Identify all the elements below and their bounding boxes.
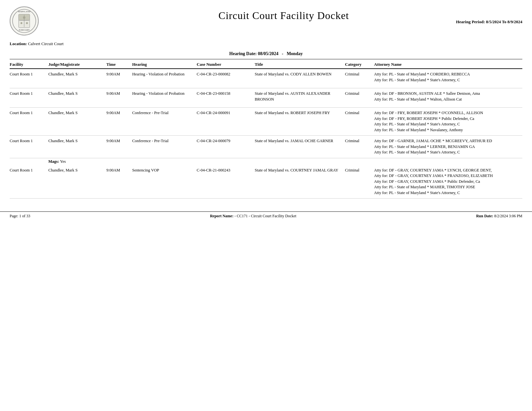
- page-title: Circuit Court Facility Docket: [45, 10, 522, 22]
- hearing-date-day: Monday: [287, 51, 303, 56]
- table-row: Court Room 1 Chandlee, Mark S 9:00AM Con…: [10, 108, 522, 136]
- cell-judge: Chandlee, Mark S: [48, 110, 106, 116]
- location-label: Location:: [10, 41, 27, 46]
- table-header-row: Facility Judge/Magistrate Time Hearing C…: [10, 59, 522, 69]
- hearing-date-line: Hearing Date: 08/05/2024 - Monday: [10, 48, 522, 59]
- cell-hearing: Hearing - Violation of Probation: [132, 91, 197, 97]
- col-category: Category: [345, 62, 374, 67]
- cell-attorney: Atty for: DF - BRONSON, AUSTIN ALE * Sal…: [374, 91, 522, 102]
- cell-attorney: Atty for: PL - State of Maryland * CORDE…: [374, 72, 522, 83]
- footer-page: Page: 1 of 33: [10, 214, 30, 219]
- maryland-judiciary-logo: MARYLAND JUDICIARY: [10, 6, 39, 35]
- mags-label: Mags:: [48, 159, 59, 164]
- col-hearing: Hearing: [132, 62, 197, 67]
- cell-case-number: C-04-CR-24-000079: [197, 138, 255, 144]
- cell-time: 9:00AM: [106, 110, 132, 116]
- title-area: Circuit Court Facility Docket: [45, 6, 522, 22]
- cell-facility: Court Room 1: [10, 72, 48, 77]
- cell-hearing: Conference - Pre-Trial: [132, 110, 197, 116]
- cell-time: 9:00AM: [106, 138, 132, 144]
- cell-category: Criminal: [345, 168, 374, 173]
- cell-category: Criminal: [345, 91, 374, 97]
- svg-point-9: [26, 22, 28, 24]
- cell-hearing: Conference - Pre-Trial: [132, 138, 197, 144]
- footer-run-label: Run Date:: [476, 214, 493, 218]
- cell-hearing: Hearing - Violation of Probation: [132, 72, 197, 77]
- logo-area: MARYLAND JUDICIARY: [10, 6, 45, 35]
- cell-judge: Chandlee, Mark S: [48, 168, 106, 173]
- cell-case-number: C-04-CR-24-000091: [197, 110, 255, 116]
- cell-title: State of Maryland vs. AUSTIN ALEXANDER B…: [255, 91, 345, 102]
- col-attorney: Attorney Name: [374, 62, 522, 67]
- hearing-date-value: 08/05/2024: [258, 51, 279, 56]
- cell-case-number: C-04-CR-23-000158: [197, 91, 255, 97]
- cell-facility: Court Room 1: [10, 168, 48, 173]
- footer-report: Report Name: - CC171 - Circuit Court Fac…: [210, 214, 296, 219]
- table-row: Court Room 1 Chandlee, Mark S 9:00AM Con…: [10, 136, 522, 158]
- svg-point-8: [21, 22, 23, 24]
- svg-text:MARYLAND: MARYLAND: [18, 10, 30, 13]
- cell-attorney: Atty for: DF - FRY, ROBERT JOSEPH * O'CO…: [374, 110, 522, 133]
- cell-time: 9:00AM: [106, 168, 132, 173]
- cell-title: State of Maryland vs. JAMAL OCHE GARNER: [255, 138, 345, 144]
- table-row: Court Room 1 Chandlee, Mark S 9:00AM Hea…: [10, 88, 522, 108]
- hearing-period-label: Hearing Period:: [456, 19, 485, 24]
- location-value: Calvert Circuit Court: [28, 41, 64, 46]
- cell-title: State of Maryland vs. CODY ALLEN BOWEN: [255, 72, 345, 77]
- cell-title: State of Maryland vs. ROBERT JOSEPH FRY: [255, 110, 345, 116]
- col-case-number: Case Number: [197, 62, 255, 67]
- location-line: Location: Calvert Circuit Court: [0, 39, 532, 48]
- table-row: Court Room 1 Chandlee, Mark S 9:00AM Hea…: [10, 69, 522, 88]
- cell-facility: Court Room 1: [10, 91, 48, 97]
- footer-run-date: Run Date: 8/2/2024 3:06 PM: [476, 214, 522, 219]
- table-row: Court Room 1 Chandlee, Mark S 9:00AM Sen…: [10, 165, 522, 199]
- mags-line: Mags: Yes: [10, 158, 522, 165]
- col-facility: Facility: [10, 62, 48, 67]
- cell-title: State of Maryland vs. COURTNEY JAMAL GRA…: [255, 168, 345, 173]
- page-footer: Page: 1 of 33 Report Name: - CC171 - Cir…: [0, 211, 532, 220]
- mags-value: Yes: [60, 159, 66, 164]
- footer-report-name: - CC171 - Circuit Court Facility Docket: [234, 214, 296, 218]
- svg-text:JUDICIARY: JUDICIARY: [19, 29, 30, 31]
- col-time: Time: [106, 62, 132, 67]
- cell-attorney: Atty for: DF - GARNER, JAMAL OCHE * MCGR…: [374, 138, 522, 155]
- cell-facility: Court Room 1: [10, 138, 48, 144]
- cell-category: Criminal: [345, 72, 374, 77]
- cell-category: Criminal: [345, 110, 374, 116]
- svg-point-7: [23, 16, 25, 19]
- hearing-period-value: 8/5/2024 To 8/9/2024: [486, 19, 522, 24]
- docket-table: Facility Judge/Magistrate Time Hearing C…: [0, 59, 532, 199]
- footer-run-date-value: 8/2/2024 3:06 PM: [494, 214, 522, 218]
- cell-judge: Chandlee, Mark S: [48, 138, 106, 144]
- cell-hearing: Sentencing VOP: [132, 168, 197, 173]
- cell-attorney: Atty for: DF - GRAY, COURTNEY JAMA * LYN…: [374, 168, 522, 196]
- cell-time: 9:00AM: [106, 91, 132, 97]
- cell-category: Criminal: [345, 138, 374, 144]
- cell-case-number: C-04-CR-23-000082: [197, 72, 255, 77]
- col-judge: Judge/Magistrate: [48, 62, 106, 67]
- footer-report-label: Report Name:: [210, 214, 233, 218]
- cell-facility: Court Room 1: [10, 110, 48, 116]
- cell-case-number: C-04-CR-21-000243: [197, 168, 255, 173]
- cell-judge: Chandlee, Mark S: [48, 72, 106, 77]
- cell-time: 9:00AM: [106, 72, 132, 77]
- hearing-date-label: Hearing Date:: [229, 51, 257, 56]
- col-title: Title: [255, 62, 345, 67]
- header-section: MARYLAND JUDICIARY Circuit Court Facilit…: [0, 0, 532, 39]
- hearing-period: Hearing Period: 8/5/2024 To 8/9/2024: [456, 19, 522, 24]
- cell-judge: Chandlee, Mark S: [48, 91, 106, 97]
